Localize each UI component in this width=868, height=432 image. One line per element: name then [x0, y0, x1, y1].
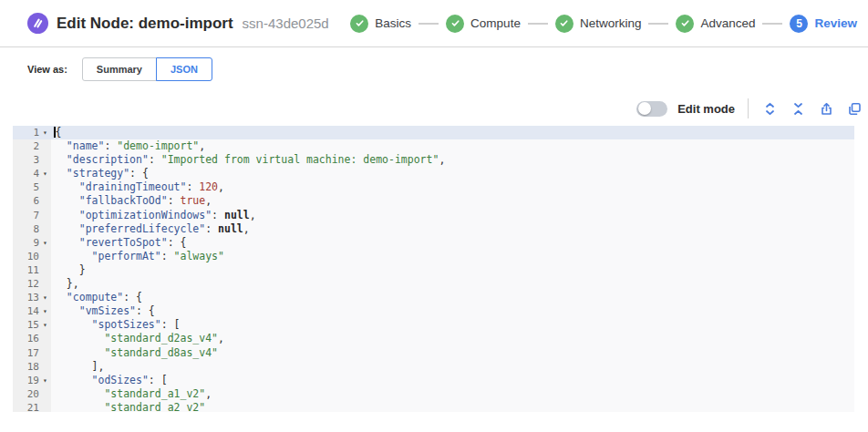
- code-line: 2 "name": "demo-import",: [13, 139, 854, 153]
- line-number: 1: [13, 126, 39, 139]
- collapse-all-button[interactable]: [790, 100, 806, 117]
- fold-caret-icon[interactable]: ▾: [39, 318, 51, 332]
- code-line: 16 "standard_d2as_v4",: [13, 332, 854, 345]
- step-advanced[interactable]: Advanced: [676, 15, 755, 33]
- line-number: 13: [13, 291, 39, 304]
- gutter-cell: 12: [13, 277, 51, 291]
- fold-spacer: [39, 360, 51, 374]
- code-line: 7 "optimizationWindows": null,: [13, 209, 854, 222]
- code-line: 4▾ "strategy": {: [13, 167, 854, 180]
- line-number: 10: [13, 250, 39, 263]
- unfold-icon: [764, 102, 776, 116]
- gutter-cell: 1▾: [13, 126, 51, 139]
- export-icon: [820, 102, 833, 116]
- edit-mode-toggle[interactable]: [636, 101, 667, 117]
- wizard-stepper: BasicsComputeNetworkingAdvanced5Review: [350, 15, 857, 33]
- view-as-json-button[interactable]: JSON: [156, 57, 212, 81]
- code-line: 15▾ "spotSizes": [: [13, 318, 854, 332]
- step-label: Compute: [470, 16, 521, 30]
- gutter-cell: 13▾: [13, 291, 51, 304]
- code-line: 3 "description": "Imported from virtual …: [13, 153, 854, 167]
- code-text: }: [51, 263, 86, 277]
- line-number: 2: [13, 139, 39, 153]
- view-as-summary-button[interactable]: Summary: [82, 57, 157, 81]
- fold-spacer: [39, 277, 51, 291]
- line-number: 17: [13, 346, 39, 360]
- step-number-badge: 5: [790, 15, 808, 33]
- code-line: 20 "standard_a1_v2",: [13, 387, 854, 401]
- code-text: "performAt": "always": [51, 250, 224, 263]
- fold-caret-icon[interactable]: ▾: [39, 236, 51, 250]
- code-line: 14▾ "vmSizes": {: [13, 304, 854, 318]
- step-connector: [648, 23, 668, 25]
- gutter-cell: 11: [13, 263, 51, 277]
- code-text: "standard_a2_v2": [51, 401, 205, 412]
- code-text: "drainingTimeout": 120,: [51, 180, 224, 194]
- line-number: 20: [13, 387, 39, 401]
- code-text: "strategy": {: [51, 167, 149, 180]
- gutter-cell: 16: [13, 332, 51, 345]
- code-text: },: [51, 277, 79, 291]
- step-basics[interactable]: Basics: [350, 15, 411, 33]
- toggle-knob: [638, 102, 651, 115]
- step-label: Advanced: [700, 16, 755, 30]
- gutter-cell: 3: [13, 153, 51, 167]
- gutter-cell: 15▾: [13, 318, 51, 332]
- code-text: "spotSizes": [: [51, 318, 181, 332]
- json-editor[interactable]: 1▾{2 "name": "demo-import",3 "descriptio…: [13, 126, 854, 412]
- line-number: 7: [13, 209, 39, 222]
- code-text: "compute": {: [51, 291, 142, 304]
- code-text: "revertToSpot": {: [51, 236, 186, 250]
- check-icon: [676, 15, 694, 33]
- page-title: Edit Node: demo-import: [57, 15, 233, 33]
- gutter-cell: 21: [13, 401, 51, 412]
- line-number: 8: [13, 222, 39, 236]
- code-line: 10 "performAt": "always": [13, 250, 854, 263]
- header: Edit Node: demo-import ssn-43de025d Basi…: [0, 0, 868, 47]
- view-as-bar: View as: SummaryJSON: [27, 57, 212, 81]
- line-number: 11: [13, 263, 39, 277]
- step-networking[interactable]: Networking: [555, 15, 642, 33]
- code-text: "fallbackToOd": true,: [51, 194, 212, 208]
- code-line: 9▾ "revertToSpot": {: [13, 236, 854, 250]
- expand-all-button[interactable]: [761, 100, 778, 117]
- export-button[interactable]: [818, 100, 834, 117]
- step-review[interactable]: 5Review: [790, 15, 857, 33]
- line-number: 3: [13, 153, 39, 167]
- fold-spacer: [39, 139, 51, 153]
- code-line: 12 },: [13, 277, 854, 291]
- fold-caret-icon[interactable]: ▾: [39, 304, 51, 318]
- line-number: 9: [13, 236, 39, 250]
- fold-icon: [792, 102, 804, 116]
- step-compute[interactable]: Compute: [446, 15, 521, 33]
- fold-spacer: [39, 194, 51, 208]
- gutter-cell: 17: [13, 346, 51, 360]
- gutter-cell: 14▾: [13, 304, 51, 318]
- code-line: 5 "drainingTimeout": 120,: [13, 180, 854, 194]
- copy-button[interactable]: [846, 100, 863, 117]
- gutter-cell: 5: [13, 180, 51, 194]
- spot-logo-icon: [27, 13, 48, 34]
- check-icon: [350, 15, 368, 33]
- step-label: Basics: [375, 16, 411, 30]
- check-icon: [555, 15, 574, 33]
- fold-caret-icon[interactable]: ▾: [39, 167, 51, 180]
- fold-caret-icon[interactable]: ▾: [39, 374, 51, 387]
- fold-caret-icon[interactable]: ▾: [39, 291, 51, 304]
- fold-caret-icon[interactable]: ▾: [39, 126, 51, 139]
- toolbar-divider: [748, 98, 749, 118]
- gutter-cell: 7: [13, 209, 51, 222]
- code-line: 13▾ "compute": {: [13, 291, 854, 304]
- fold-spacer: [39, 332, 51, 345]
- fold-spacer: [39, 387, 51, 401]
- line-number: 12: [13, 277, 39, 291]
- line-number: 21: [13, 401, 39, 412]
- gutter-cell: 10: [13, 250, 51, 263]
- code-line: 19▾ "odSizes": [: [13, 374, 854, 387]
- step-connector: [418, 23, 439, 25]
- code-text: "preferredLifecycle": null,: [51, 222, 250, 236]
- step-label: Networking: [580, 16, 642, 30]
- node-id: ssn-43de025d: [243, 15, 329, 31]
- code-line: 11 }: [13, 263, 854, 277]
- line-number: 4: [13, 167, 39, 180]
